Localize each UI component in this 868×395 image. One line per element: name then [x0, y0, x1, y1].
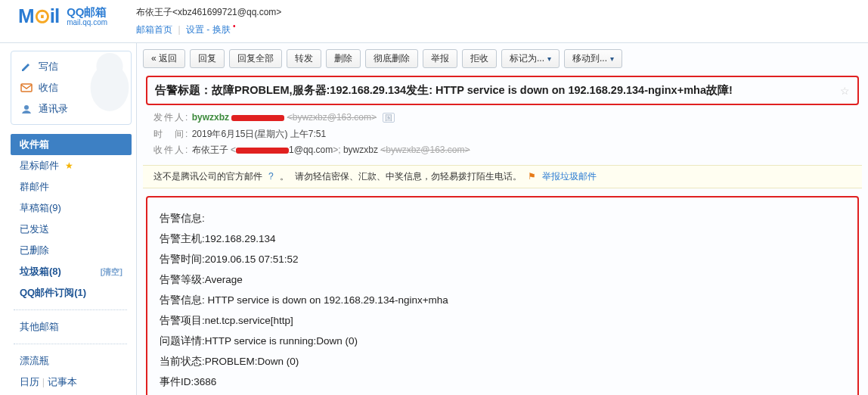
envelope-icon	[20, 82, 33, 94]
header: M⊙il QQ邮箱 mail.qq.com 布依王子<xbz461699721@…	[0, 0, 868, 36]
svg-rect-2	[21, 84, 32, 92]
forward-button[interactable]: 转发	[287, 49, 321, 68]
logo-mail-icon: M⊙il	[18, 5, 59, 28]
mark-as-dropdown[interactable]: 标记为...▾	[501, 49, 560, 68]
star-icon: ★	[65, 160, 73, 171]
redaction	[231, 115, 284, 121]
flag-icon: ⚑	[528, 171, 536, 182]
logo-brand: QQ邮箱	[67, 6, 107, 19]
contacts-button[interactable]: 通讯录	[11, 98, 131, 120]
help-icon[interactable]: ?	[268, 171, 274, 182]
report-button[interactable]: 举报	[423, 49, 457, 68]
sidebar-item-group[interactable]: 群邮件	[11, 176, 132, 198]
chevron-down-icon: ▾	[547, 54, 551, 63]
reject-button[interactable]: 拒收	[462, 49, 497, 68]
link-settings[interactable]: 设置	[186, 24, 204, 35]
redaction	[236, 148, 289, 154]
pencil-icon	[20, 61, 33, 73]
sidebar-item-drift[interactable]: 漂流瓶	[11, 350, 132, 372]
contacts-icon	[20, 103, 33, 115]
receive-button[interactable]: 收信	[11, 77, 131, 98]
logo[interactable]: M⊙il QQ邮箱 mail.qq.com	[18, 5, 107, 28]
compose-button[interactable]: 写信	[11, 56, 131, 77]
sidebar-item-deleted[interactable]: 已删除	[11, 240, 132, 261]
mail-meta: 发件人: bywzxbz <bywzxbz@163.com> 国 时 间: 20…	[143, 110, 862, 165]
mail-subject: 告警标题：故障PROBLEM,服务器:192.168.29.134发生: HTT…	[146, 76, 859, 105]
chevron-down-icon: ▾	[610, 54, 614, 63]
reply-all-button[interactable]: 回复全部	[229, 49, 282, 68]
sidebar-item-inbox[interactable]: 收件箱	[11, 134, 132, 155]
report-spam-link[interactable]: 举报垃圾邮件	[542, 170, 597, 183]
sidebar-item-starred[interactable]: 星标邮件 ★	[11, 155, 132, 176]
svg-point-3	[24, 105, 29, 110]
delete-perm-button[interactable]: 彻底删除	[365, 49, 418, 68]
sidebar-item-calendar[interactable]: 日历 | 记事本	[11, 372, 132, 393]
star-toggle-icon[interactable]: ☆	[840, 85, 850, 97]
logo-domain: mail.qq.com	[67, 18, 107, 26]
link-home[interactable]: 邮箱首页	[136, 24, 172, 35]
sidebar-item-subscription[interactable]: QQ邮件订阅(1)	[11, 282, 132, 303]
delete-button[interactable]: 删除	[326, 49, 361, 68]
move-to-dropdown[interactable]: 移动到...▾	[564, 49, 622, 68]
reply-button[interactable]: 回复	[190, 49, 225, 68]
spam-clear-link[interactable]: [清空]	[101, 266, 122, 278]
contact-card-icon[interactable]: 国	[383, 113, 395, 123]
back-button[interactable]: « 返回	[143, 49, 185, 68]
content-pane: « 返回 回复 回复全部 转发 删除 彻底删除 举报 拒收 标记为...▾ 移动…	[136, 43, 868, 395]
sidebar: 写信 收信 通讯录 收件箱 星标邮件 ★	[0, 43, 136, 395]
link-skin[interactable]: 换肤	[212, 24, 231, 35]
user-email: 布依王子<xbz461699721@qq.com>	[136, 6, 281, 19]
sidebar-item-spam[interactable]: 垃圾箱(8) [清空]	[11, 261, 132, 282]
sidebar-item-drafts[interactable]: 草稿箱(9)	[11, 198, 132, 219]
header-nav: 邮箱首页 | 设置 - 换肤 •	[136, 22, 281, 36]
mail-body: 告警信息: 告警主机:192.168.29.134 告警时间:2019.06.1…	[146, 196, 859, 395]
security-notice: 这不是腾讯公司的官方邮件?。 请勿轻信密保、汇款、中奖信息，勿轻易拨打陌生电话。…	[143, 165, 862, 188]
sidebar-item-other[interactable]: 其他邮箱	[11, 316, 132, 337]
sidebar-top-actions: 写信 收信 通讯录	[11, 51, 132, 125]
sidebar-item-sent[interactable]: 已发送	[11, 219, 132, 240]
mail-toolbar: « 返回 回复 回复全部 转发 删除 彻底删除 举报 拒收 标记为...▾ 移动…	[143, 49, 862, 68]
